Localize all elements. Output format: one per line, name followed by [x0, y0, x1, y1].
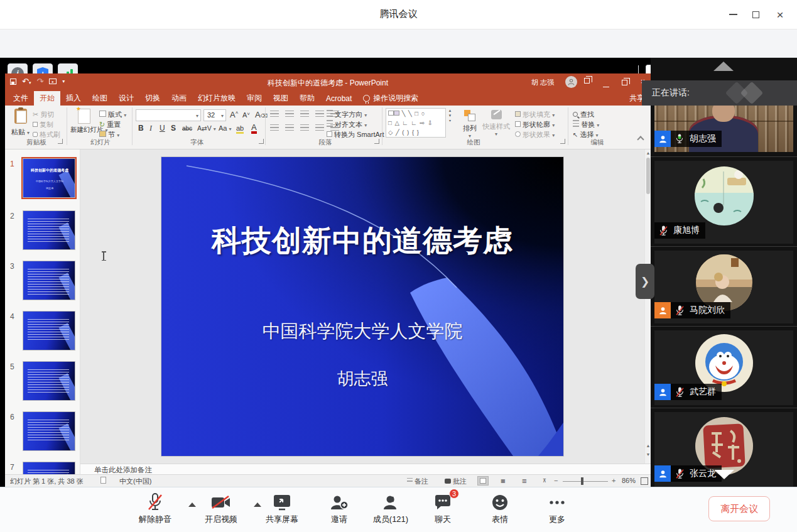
thumbnail-item[interactable]: 6	[10, 411, 63, 451]
bullets-icon[interactable]	[270, 111, 279, 117]
slide-6-thumbnail[interactable]	[23, 411, 75, 451]
tab-view[interactable]: 视图	[268, 91, 294, 106]
increase-font-icon[interactable]: A˄	[230, 110, 238, 119]
font-dialog-launcher[interactable]	[259, 139, 264, 144]
justify-icon[interactable]	[315, 124, 324, 131]
participant-tile[interactable]: 胡志强	[654, 106, 793, 152]
shapes-scroll[interactable]: ▲▼▾	[447, 108, 453, 123]
quick-styles-button[interactable]: 快速样式 ▾	[480, 110, 512, 137]
proofing-icon[interactable]	[100, 477, 106, 485]
thumbnail-item[interactable]: 3	[10, 261, 63, 300]
tab-design[interactable]: 设计	[113, 91, 139, 106]
comments-toggle[interactable]: 批注	[445, 477, 467, 486]
normal-view-button[interactable]	[477, 476, 489, 486]
collapse-panel-icon[interactable]	[713, 62, 734, 71]
align-right-icon[interactable]	[300, 124, 309, 131]
decrease-indent-icon[interactable]	[300, 111, 309, 117]
drawing-dialog-launcher[interactable]	[560, 139, 565, 144]
replace-button[interactable]: 替换 ▾	[573, 120, 599, 129]
zoom-in-icon[interactable]: +	[612, 477, 615, 484]
scrollbar-thumb[interactable]	[646, 158, 650, 194]
paragraph-dialog-launcher[interactable]	[374, 139, 379, 144]
tab-home[interactable]: 开始	[34, 91, 60, 106]
align-text-button[interactable]: 对齐文本 ▾	[327, 120, 367, 129]
tab-insert[interactable]: 插入	[60, 91, 87, 106]
scroll-participants-down-icon[interactable]	[714, 470, 734, 479]
arrange-button[interactable]: 排列 ▾	[458, 110, 481, 139]
notes-pane[interactable]: 单击此处添加备注	[80, 464, 651, 474]
thumbnail-item[interactable]: 1 科技创新中的道德考虑 中国科学院大学人文学院 胡志强	[10, 158, 63, 198]
shadow-button[interactable]: S	[171, 124, 176, 133]
character-spacing-button[interactable]: A⇄V ▾	[197, 124, 216, 132]
slide-sorter-view-button[interactable]: ▦	[497, 476, 509, 486]
thumbnail-item[interactable]: 2	[10, 210, 63, 250]
sidebar-expand-handle[interactable]: ❯	[636, 264, 654, 299]
thumbnail-item[interactable]: 4	[10, 311, 63, 350]
maximize-button[interactable]	[746, 5, 765, 24]
shape-fill-button[interactable]: 形状填充 ▾	[515, 110, 555, 119]
participant-tile[interactable]: 康旭博	[654, 161, 793, 244]
tab-draw[interactable]: 绘图	[87, 91, 113, 106]
ppt-restore-icon[interactable]	[622, 79, 627, 87]
tab-transitions[interactable]: 切换	[139, 91, 166, 106]
start-video-button[interactable]: 开启视频	[195, 492, 247, 525]
font-name-combobox[interactable]: ▾	[136, 109, 201, 121]
tab-slideshow[interactable]: 幻灯片放映	[192, 91, 241, 106]
numbering-icon[interactable]	[285, 111, 294, 117]
members-button[interactable]: 成员(121)	[364, 492, 417, 525]
tab-acrobat[interactable]: Acrobat	[320, 91, 357, 106]
copy-button[interactable]: 复制	[33, 120, 53, 129]
slide-4-thumbnail[interactable]	[23, 311, 75, 350]
new-slide-button[interactable]: 新建幻灯片 ▾	[70, 109, 98, 134]
increase-indent-icon[interactable]	[315, 111, 324, 117]
unmute-button[interactable]: 解除静音	[129, 492, 182, 525]
slide-5-thumbnail[interactable]	[23, 361, 75, 401]
fit-slide-icon[interactable]	[641, 477, 648, 485]
collapse-ribbon-icon[interactable]	[637, 136, 644, 143]
change-case-button[interactable]: Aa ▾	[219, 124, 232, 132]
invite-button[interactable]: 邀请	[313, 492, 366, 525]
underline-button[interactable]: U	[160, 124, 165, 133]
minimize-button[interactable]	[724, 5, 742, 24]
slideshow-view-button[interactable]: ⊼	[539, 476, 550, 486]
language-status[interactable]: 中文(中国)	[119, 477, 151, 486]
zoom-slider-thumb[interactable]	[581, 477, 583, 485]
ppt-minimize-icon[interactable]	[603, 81, 609, 89]
paste-button[interactable]: 粘贴 ▾	[11, 109, 30, 137]
ribbon-options-icon[interactable]	[584, 77, 590, 85]
bold-button[interactable]: B	[138, 124, 144, 133]
layout-button[interactable]: 版式 ▾	[99, 110, 126, 119]
text-direction-button[interactable]: 文字方向 ▾	[327, 110, 367, 119]
zoom-level[interactable]: 86%	[622, 477, 636, 484]
find-button[interactable]: 查找	[573, 110, 594, 119]
slide-scrollbar[interactable]: ▲ ▲ ▼ ▼	[644, 149, 651, 474]
chat-button[interactable]: 3 聊天	[416, 492, 469, 525]
cut-button[interactable]: ✂ 剪切	[33, 110, 54, 119]
current-slide[interactable]: 科技创新中的道德考虑 中国科学院大学人文学院 胡志强	[161, 157, 563, 456]
participant-tile[interactable]: 马院刘欣	[654, 251, 793, 323]
close-button[interactable]: ×	[771, 5, 789, 24]
italic-button[interactable]: I	[149, 124, 152, 133]
strikethrough-button[interactable]: abc	[182, 125, 192, 132]
font-size-combobox[interactable]: 32▾	[203, 109, 226, 121]
zoom-slider-track[interactable]	[563, 481, 608, 482]
emoji-button[interactable]: 表情	[474, 492, 526, 525]
font-color-button[interactable]: A	[251, 123, 257, 134]
highlight-button[interactable]: ab	[236, 124, 244, 132]
slide-editing-area[interactable]: 科技创新中的道德考虑 中国科学院大学人文学院 胡志强	[80, 149, 644, 464]
slide-3-thumbnail[interactable]	[23, 261, 75, 300]
shape-outline-button[interactable]: 形状轮廓 ▾	[515, 120, 555, 129]
shapes-gallery[interactable]: ╲ ╲ □ ○ □ △ ∟ ∟ ⇨ ⇩ ◇ ╱ ( ) { }	[386, 108, 446, 138]
thumbnail-item[interactable]: 5	[10, 361, 63, 401]
participant-tile[interactable]: 武艺群	[654, 330, 793, 405]
notes-toggle[interactable]: 备注	[407, 477, 428, 486]
align-left-icon[interactable]	[270, 124, 279, 131]
tab-animations[interactable]: 动画	[166, 91, 192, 106]
decrease-font-icon[interactable]: A˅	[242, 111, 250, 119]
more-button[interactable]: 更多	[531, 492, 583, 525]
reading-view-button[interactable]: ▥	[519, 476, 530, 486]
slide-1-thumbnail[interactable]: 科技创新中的道德考虑 中国科学院大学人文学院 胡志强	[23, 158, 75, 198]
leave-meeting-button[interactable]: 离开会议	[708, 496, 770, 521]
ppt-avatar[interactable]	[565, 76, 577, 88]
reset-button[interactable]: ↻ 重置	[99, 120, 121, 129]
